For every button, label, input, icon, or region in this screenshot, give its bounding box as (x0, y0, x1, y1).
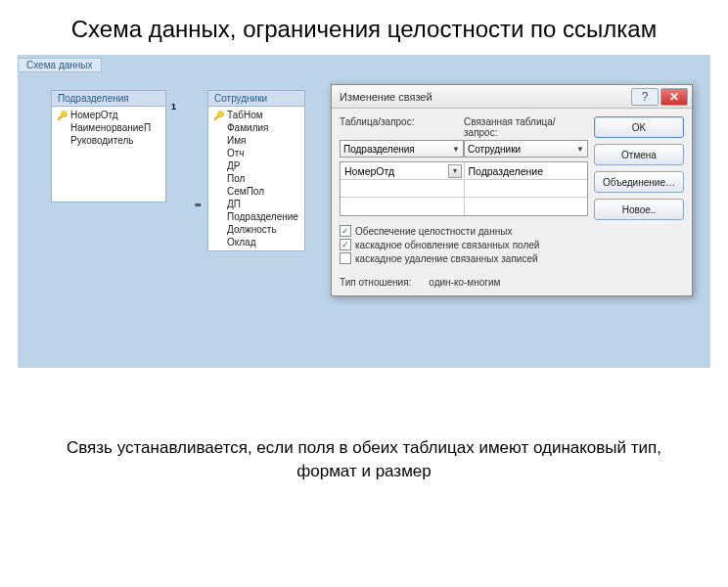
combo-table[interactable]: Подразделения▼ (340, 140, 464, 158)
table-row[interactable]: Отч (211, 147, 301, 159)
checkbox-icon: ✓ (340, 225, 351, 237)
label-relation-type: Тип отношения: (340, 277, 411, 288)
workspace-tab[interactable]: Схема данных (18, 58, 102, 72)
table-header: Сотрудники (208, 91, 304, 107)
table-row[interactable]: Руководитель (55, 134, 162, 147)
grid-cell-left[interactable]: НомерОтд▾ (341, 162, 465, 179)
help-button[interactable]: ? (631, 88, 659, 106)
table-row[interactable]: Оклад (211, 236, 301, 248)
label-table: Таблица/запрос: (340, 116, 464, 138)
check-cascade-delete[interactable]: каскадное удаление связанных записей (340, 251, 588, 265)
key-icon: 🔑 (57, 111, 68, 120)
table-row[interactable]: 🔑ТабНом (211, 109, 301, 121)
schema-workspace: Схема данных Подразделения 🔑НомерОтд Наи… (18, 55, 710, 368)
grid-cell-empty[interactable] (465, 198, 588, 215)
table-sotrudniki[interactable]: Сотрудники 🔑ТабНом Фамилия Имя Отч ДР По… (207, 90, 305, 251)
edit-relationships-dialog: Изменение связей ? ✕ Таблица/запрос: Свя… (331, 84, 693, 296)
table-row[interactable]: Должность (211, 223, 301, 236)
grid-cell-empty[interactable] (465, 180, 588, 197)
table-row[interactable]: СемПол (211, 185, 301, 198)
table-row[interactable]: НаименорваниеП (55, 121, 162, 134)
table-row[interactable]: 🔑НомерОтд (55, 109, 162, 121)
check-integrity[interactable]: ✓Обеспечение целостности данных (340, 224, 588, 238)
grid-cell-empty[interactable] (341, 180, 465, 197)
close-button[interactable]: ✕ (660, 88, 688, 106)
dialog-titlebar[interactable]: Изменение связей ? ✕ (332, 85, 692, 109)
new-button[interactable]: Новое.. (594, 199, 684, 220)
cardinality-one: 1 (171, 102, 176, 112)
table-row[interactable]: ДР (211, 159, 301, 172)
dialog-title-text: Изменение связей (340, 91, 432, 103)
table-fields: 🔑ТабНом Фамилия Имя Отч ДР Пол СемПол ДП… (208, 107, 304, 250)
grid-cell-empty[interactable] (341, 198, 465, 215)
table-row[interactable]: ДП (211, 198, 301, 210)
slide-footer-text: Связь устанавливается, если поля в обеих… (0, 368, 728, 483)
table-row[interactable]: Фамилия (211, 121, 301, 134)
combo-related-table[interactable]: Сотрудники▼ (464, 140, 588, 158)
table-header: Подразделения (52, 91, 165, 107)
grid-cell-right[interactable]: Подразделение (465, 162, 588, 179)
join-button[interactable]: Объединение… (594, 171, 684, 193)
chevron-down-icon: ▼ (576, 145, 584, 154)
chevron-down-icon: ▾ (448, 164, 462, 178)
cancel-button[interactable]: Отмена (594, 144, 684, 165)
checkbox-icon (340, 252, 351, 264)
label-related-table: Связанная таблица/запрос: (464, 116, 588, 138)
schema-canvas[interactable]: Подразделения 🔑НомерОтд НаименорваниеП Р… (18, 72, 710, 360)
checkbox-icon: ✓ (340, 239, 351, 250)
cardinality-many: ∞ (195, 200, 201, 209)
table-row[interactable]: Подразделение (211, 210, 301, 223)
key-icon: 🔑 (213, 111, 225, 120)
slide-title: Схема данных, ограничения целостности по… (0, 0, 728, 55)
table-fields: 🔑НомерОтд НаименорваниеП Руководитель (52, 107, 165, 202)
ok-button[interactable]: OK (594, 116, 684, 138)
table-row[interactable]: Пол (211, 172, 301, 185)
value-relation-type: один-ко-многим (429, 277, 500, 288)
check-cascade-update[interactable]: ✓каскадное обновление связанных полей (340, 238, 588, 251)
table-podrazdeleniya[interactable]: Подразделения 🔑НомерОтд НаименорваниеП Р… (51, 90, 166, 203)
field-mapping-grid[interactable]: НомерОтд▾ Подразделение (340, 161, 588, 216)
chevron-down-icon: ▼ (452, 145, 460, 154)
table-row[interactable]: Имя (211, 134, 301, 147)
